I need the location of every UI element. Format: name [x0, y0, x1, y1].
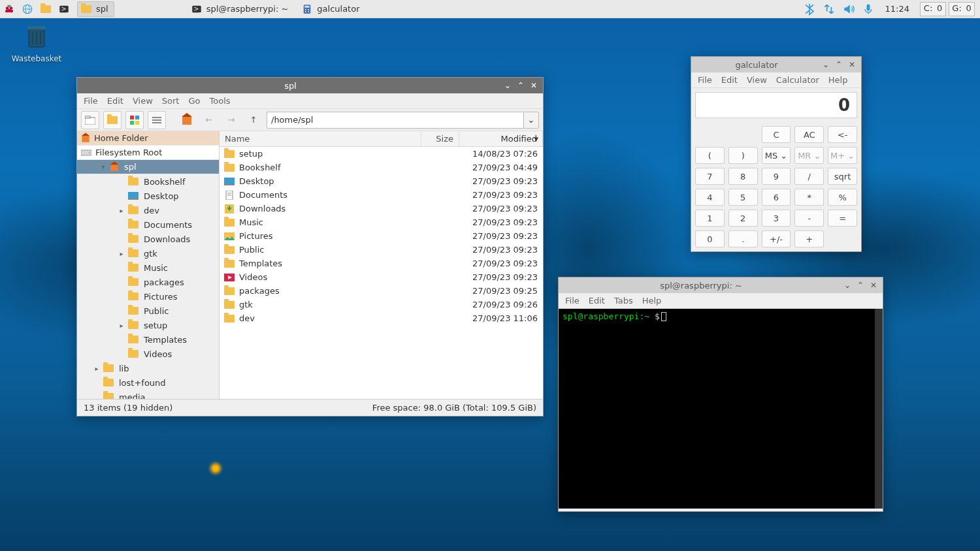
calc-key-[interactable]: ) — [728, 147, 758, 164]
calc-key-ms[interactable]: MS ⌄ — [762, 147, 791, 164]
tree-item[interactable]: ▸dev — [77, 203, 219, 217]
file-list-rows[interactable]: setup14/08/23 07:26Bookshelf27/09/23 04:… — [220, 147, 543, 399]
menu-calculator[interactable]: Calculator — [776, 75, 819, 85]
tree-item[interactable]: ▾spl — [77, 160, 219, 174]
calc-key-3[interactable]: 3 — [762, 210, 791, 227]
tree-item[interactable]: Desktop — [77, 189, 219, 203]
new-tab-button[interactable] — [81, 111, 99, 129]
calc-key-ac[interactable]: AC — [794, 126, 824, 143]
file-row[interactable]: Documents27/09/23 09:23 — [220, 188, 543, 202]
calc-key-[interactable]: +/- — [762, 230, 791, 247]
tree-item[interactable]: ▸gtk — [77, 246, 219, 260]
expand-icon[interactable]: ▾ — [99, 163, 107, 170]
calc-key-[interactable]: / — [794, 168, 824, 185]
file-manager-titlebar[interactable]: spl ⌄ ⌃ ✕ — [77, 78, 543, 93]
forward-button[interactable]: → — [222, 111, 240, 129]
volume-icon[interactable] — [842, 3, 855, 16]
up-button[interactable]: ↑ — [244, 111, 263, 129]
tree-item[interactable]: ▸lib — [77, 361, 219, 375]
menu-tabs[interactable]: Tabs — [614, 296, 633, 306]
close-button[interactable]: ✕ — [868, 280, 879, 291]
calc-key-mr[interactable]: MR ⌄ — [794, 147, 824, 164]
calc-key-[interactable]: . — [728, 230, 758, 247]
web-browser-launcher[interactable] — [18, 0, 37, 18]
tray-monitor-box[interactable]: G: 0 — [949, 2, 975, 16]
calc-key-5[interactable]: 5 — [728, 189, 758, 206]
column-size[interactable]: Size — [421, 131, 459, 146]
bluetooth-icon[interactable] — [803, 3, 816, 16]
close-button[interactable]: ✕ — [847, 59, 857, 70]
desktop-icon-wastebasket[interactable]: Wastebasket — [10, 24, 63, 63]
expand-icon[interactable]: ▸ — [93, 365, 101, 372]
home-button[interactable] — [178, 111, 196, 129]
minimize-button[interactable]: ⌄ — [842, 280, 853, 291]
places-home-folder[interactable]: Home Folder — [77, 131, 219, 146]
menu-edit[interactable]: Edit — [589, 296, 605, 306]
calc-key-[interactable]: - — [794, 210, 824, 227]
calc-key-7[interactable]: 7 — [695, 168, 725, 185]
network-icon[interactable] — [823, 3, 836, 16]
tree-item[interactable]: Documents — [77, 217, 219, 232]
calc-key-[interactable]: % — [828, 189, 857, 206]
tree-item[interactable]: Public — [77, 304, 219, 318]
calc-key-[interactable]: + — [794, 230, 824, 247]
file-row[interactable]: packages27/09/23 09:25 — [220, 284, 543, 298]
tray-monitor-box[interactable]: C: 0 — [920, 2, 946, 16]
column-name[interactable]: Name — [220, 131, 421, 146]
menu-file[interactable]: File — [698, 75, 712, 85]
menu-tools[interactable]: Tools — [210, 96, 231, 106]
minimize-button[interactable]: ⌄ — [821, 59, 831, 70]
calc-key-[interactable]: = — [828, 210, 857, 227]
menu-help[interactable]: Help — [642, 296, 662, 306]
file-row[interactable]: Downloads27/09/23 09:23 — [220, 202, 543, 215]
tree-item[interactable]: Bookshelf — [77, 174, 219, 189]
file-row[interactable]: Public27/09/23 09:23 — [220, 243, 543, 257]
clock[interactable]: 11:24 — [881, 4, 913, 14]
calc-key-c[interactable]: C — [762, 126, 791, 143]
calc-key-2[interactable]: 2 — [728, 210, 758, 227]
path-input[interactable] — [267, 112, 523, 129]
expand-icon[interactable]: ▸ — [118, 322, 125, 329]
icon-view-button[interactable] — [103, 111, 122, 129]
tree-item[interactable]: ▸setup — [77, 318, 219, 332]
calc-key-8[interactable]: 8 — [728, 168, 758, 185]
taskbar-item[interactable]: spl — [77, 1, 114, 17]
maximize-button[interactable]: ⌃ — [834, 59, 844, 70]
list-view-button[interactable] — [148, 111, 166, 129]
calc-key-0[interactable]: 0 — [695, 230, 725, 247]
taskbar-item[interactable]: galculator — [298, 1, 365, 17]
terminal-titlebar[interactable]: spl@raspberrypi: ~ ⌄ ⌃ ✕ — [559, 277, 883, 293]
places-filesystem-root[interactable]: Filesystem Root — [77, 146, 219, 160]
menu-file[interactable]: File — [84, 96, 98, 106]
expand-icon[interactable]: ▸ — [118, 207, 125, 214]
close-button[interactable]: ✕ — [529, 80, 539, 91]
tree-item[interactable]: Downloads — [77, 232, 219, 246]
menu-help[interactable]: Help — [828, 75, 848, 85]
calc-key-m[interactable]: M+ ⌄ — [828, 147, 857, 164]
maximize-button[interactable]: ⌃ — [855, 280, 866, 291]
file-manager-launcher[interactable] — [37, 0, 55, 18]
file-row[interactable]: setup14/08/23 07:26 — [220, 147, 543, 161]
calc-key-[interactable]: * — [794, 189, 824, 206]
back-button[interactable]: ← — [200, 111, 218, 129]
microphone-icon[interactable] — [862, 3, 875, 16]
file-row[interactable]: Videos27/09/23 09:23 — [220, 270, 543, 284]
tree-item[interactable]: Music — [77, 260, 219, 275]
calc-key-9[interactable]: 9 — [762, 168, 791, 185]
menu-edit[interactable]: Edit — [721, 75, 738, 85]
column-modified[interactable]: Modified▾ — [459, 131, 543, 146]
minimize-button[interactable]: ⌄ — [502, 80, 513, 91]
calc-key-1[interactable]: 1 — [695, 210, 725, 227]
tree-item[interactable]: lost+found — [77, 375, 219, 390]
tree-item[interactable]: Videos — [77, 347, 219, 361]
path-dropdown[interactable]: ⌄ — [523, 112, 539, 129]
menu-view[interactable]: View — [747, 75, 767, 85]
file-row[interactable]: Bookshelf27/09/23 04:49 — [220, 161, 543, 174]
terminal-scrollbar[interactable] — [875, 309, 883, 509]
file-row[interactable]: Templates27/09/23 09:23 — [220, 257, 543, 270]
calc-key-[interactable]: <- — [828, 126, 857, 143]
taskbar-item[interactable]: >_spl@raspberrypi: ~ — [188, 1, 295, 17]
menu-sort[interactable]: Sort — [162, 96, 180, 106]
thumbnail-view-button[interactable] — [125, 111, 144, 129]
tree-item[interactable]: media — [77, 390, 219, 399]
